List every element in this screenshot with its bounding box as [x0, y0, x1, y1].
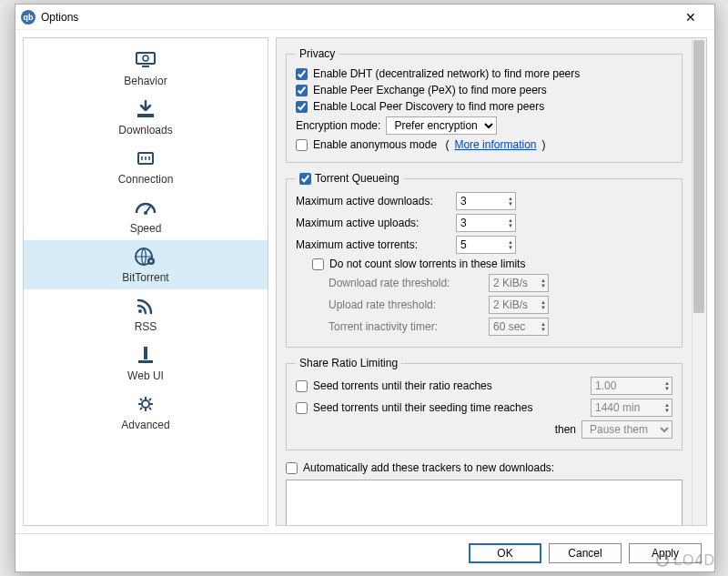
server-icon [131, 342, 160, 368]
sidebar-item-label: Connection [118, 173, 174, 186]
sidebar-item-label: Speed [130, 222, 162, 235]
sidebar-item-webui[interactable]: Web UI [24, 339, 268, 388]
svg-point-9 [138, 309, 142, 313]
sidebar-item-rss[interactable]: RSS [24, 289, 268, 339]
sidebar-item-downloads[interactable]: Downloads [24, 93, 268, 142]
svg-rect-10 [144, 347, 147, 359]
encryption-select[interactable]: Prefer encryption [386, 116, 497, 135]
max-up-spin[interactable]: 3▲▼ [456, 214, 516, 232]
sidebar-item-behavior[interactable]: Behavior [24, 44, 268, 93]
svg-point-12 [142, 400, 149, 408]
dialog-footer: OK Cancel Apply [15, 533, 714, 571]
seed-time-spin[interactable]: 1440 min▲▼ [591, 399, 672, 417]
rss-icon [131, 293, 160, 318]
anonymous-checkbox[interactable] [296, 139, 308, 151]
sidebar-item-label: Behavior [124, 75, 167, 87]
seed-ratio-checkbox[interactable] [296, 380, 308, 392]
svg-rect-1 [142, 66, 149, 67]
more-info-link[interactable]: More information [454, 138, 536, 151]
cancel-button[interactable]: Cancel [549, 543, 622, 563]
max-dl-spin[interactable]: 3▲▼ [456, 192, 516, 210]
dht-label: Enable DHT (decentralized network) to fi… [313, 67, 580, 80]
window-body: Behavior Downloads Connection Speed [15, 30, 714, 533]
apply-button[interactable]: Apply [629, 543, 702, 563]
sidebar-item-label: Downloads [118, 124, 172, 136]
qb-app-icon: qb [21, 10, 35, 25]
titlebar: qb Options ✕ [15, 5, 714, 30]
privacy-group: Privacy Enable DHT (decentralized networ… [286, 47, 682, 163]
then-label: then [555, 423, 576, 436]
then-select[interactable]: Pause them [581, 420, 672, 439]
seed-ratio-spin[interactable]: 1.00▲▼ [591, 377, 672, 395]
svg-point-2 [143, 56, 148, 61]
settings-sidebar: Behavior Downloads Connection Speed [23, 37, 268, 526]
svg-rect-0 [136, 53, 155, 64]
trackers-row: Automatically add these trackers to new … [286, 460, 682, 476]
sidebar-item-label: BitTorrent [122, 271, 168, 284]
close-button[interactable]: ✕ [672, 5, 709, 29]
scrollbar[interactable] [692, 38, 706, 525]
max-up-label: Maximum active uploads: [296, 217, 450, 229]
up-thresh-spin[interactable]: 2 KiB/s▲▼ [489, 296, 549, 314]
queue-legend: Torrent Queueing [296, 172, 403, 185]
dl-thresh-spin[interactable]: 2 KiB/s▲▼ [489, 274, 549, 292]
content-panel: Privacy Enable DHT (decentralized networ… [276, 37, 707, 526]
sidebar-item-label: RSS [135, 320, 157, 333]
scrollbar-thumb[interactable] [693, 40, 704, 313]
svg-point-5 [144, 211, 147, 215]
svg-rect-3 [137, 114, 154, 117]
max-active-label: Maximum active torrents: [296, 238, 450, 251]
content-scroll: Privacy Enable DHT (decentralized networ… [277, 38, 692, 525]
globe-gear-icon [131, 244, 160, 269]
sidebar-item-label: Advanced [121, 419, 169, 431]
encryption-label: Encryption mode: [296, 119, 380, 132]
queue-group: Torrent Queueing Maximum active download… [286, 172, 682, 348]
auto-trackers-checkbox[interactable] [286, 462, 298, 474]
privacy-legend: Privacy [296, 47, 339, 60]
ratio-legend: Share Ratio Limiting [296, 357, 401, 369]
up-thresh-label: Upload rate threshold: [329, 298, 483, 311]
seed-time-checkbox[interactable] [296, 402, 308, 414]
pex-checkbox[interactable] [296, 85, 308, 96]
inactive-label: Torrent inactivity timer: [329, 320, 483, 333]
max-active-spin[interactable]: 5▲▼ [456, 236, 516, 254]
sidebar-item-connection[interactable]: Connection [24, 142, 268, 191]
options-window: qb Options ✕ Behavior Downloads [15, 4, 715, 572]
queue-title: Torrent Queueing [315, 172, 399, 185]
pex-label: Enable Peer Exchange (PeX) to find more … [313, 84, 547, 96]
speedometer-icon [131, 195, 160, 220]
lpd-checkbox[interactable] [296, 101, 308, 113]
sidebar-item-speed[interactable]: Speed [24, 191, 268, 240]
slow-exclude-label: Do not count slow torrents in these limi… [329, 258, 525, 270]
sidebar-item-bittorrent[interactable]: BitTorrent [24, 240, 268, 289]
dl-thresh-label: Download rate threshold: [329, 277, 483, 289]
dht-checkbox[interactable] [296, 68, 308, 80]
download-icon [131, 96, 160, 122]
auto-trackers-label: Automatically add these trackers to new … [303, 461, 554, 474]
max-dl-label: Maximum active downloads: [296, 195, 450, 207]
svg-point-8 [150, 260, 153, 263]
ethernet-icon [131, 146, 160, 171]
ratio-group: Share Ratio Limiting Seed torrents until… [286, 357, 682, 450]
seed-time-label: Seed torrents until their seeding time r… [313, 401, 585, 414]
monitor-gear-icon [131, 47, 160, 73]
anonymous-label: Enable anonymous mode [313, 138, 437, 151]
seed-ratio-label: Seed torrents until their ratio reaches [313, 379, 585, 392]
inactive-spin[interactable]: 60 sec▲▼ [489, 318, 549, 336]
window-title: Options [41, 11, 672, 24]
trackers-textarea[interactable] [286, 480, 682, 525]
ok-button[interactable]: OK [469, 543, 541, 563]
gear-icon [131, 391, 160, 417]
lpd-label: Enable Local Peer Discovery to find more… [313, 100, 544, 113]
slow-exclude-checkbox[interactable] [312, 258, 324, 270]
sidebar-item-label: Web UI [127, 369, 164, 382]
svg-rect-11 [138, 360, 153, 363]
queue-enable-checkbox[interactable] [299, 173, 311, 185]
sidebar-item-advanced[interactable]: Advanced [24, 388, 268, 437]
